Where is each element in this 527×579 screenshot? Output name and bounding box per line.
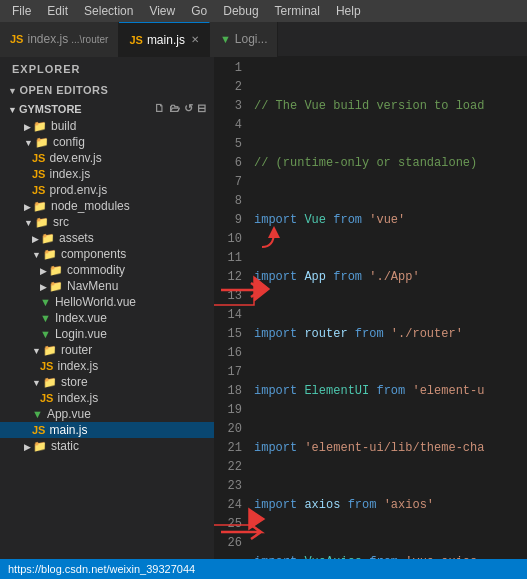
- js-icon: JS: [10, 33, 23, 45]
- tree-item-label-static: static: [51, 439, 79, 453]
- tree-item-label-hello: HelloWorld.vue: [55, 295, 136, 309]
- tab-label: index.js: [27, 32, 68, 46]
- tree-config[interactable]: 📁 config: [0, 134, 214, 150]
- tab-indexjs-router[interactable]: JS index.js ...\router: [0, 22, 119, 57]
- tree-index-vue[interactable]: ▼ Index.vue: [0, 310, 214, 326]
- menu-go[interactable]: Go: [183, 2, 215, 20]
- tree-build[interactable]: 📁 build: [0, 118, 214, 134]
- js-icon-store-idx: JS: [40, 392, 53, 404]
- tree-item-label-storeidx: index.js: [57, 391, 98, 405]
- folder-icon-components: 📁: [43, 248, 57, 261]
- collapse-icon[interactable]: ⊟: [197, 102, 206, 115]
- menu-debug[interactable]: Debug: [215, 2, 266, 20]
- code-line-5: import router from './router': [250, 325, 527, 344]
- code-line-2: // (runtime-only or standalone): [250, 154, 527, 173]
- code-line-7: import 'element-ui/lib/theme-cha: [250, 439, 527, 458]
- tree-item-label-node: node_modules: [51, 199, 130, 213]
- tree-index-router[interactable]: JS index.js: [0, 358, 214, 374]
- js-icon-main: JS: [32, 424, 45, 436]
- main-layout: EXPLORER OPEN EDITORS GYMSTORE 🗋 🗁 ↺ ⊟ 📁…: [0, 57, 527, 559]
- menu-terminal[interactable]: Terminal: [267, 2, 328, 20]
- folder-icon-navmenu: 📁: [49, 280, 63, 293]
- gymstore-section[interactable]: GYMSTORE 🗋 🗁 ↺ ⊟: [0, 99, 214, 118]
- tree-main-js[interactable]: JS main.js: [0, 422, 214, 438]
- folder-icon-commodity: 📁: [49, 264, 63, 277]
- gymstore-icons: 🗋 🗁 ↺ ⊟: [154, 102, 206, 115]
- folder-icon-router: 📁: [43, 344, 57, 357]
- tree-commodity[interactable]: 📁 commodity: [0, 262, 214, 278]
- code-line-1: // The Vue build version to load: [250, 97, 527, 116]
- tab-mainjs[interactable]: JS main.js ✕: [119, 22, 209, 57]
- tree-prod-env[interactable]: JS prod.env.js: [0, 182, 214, 198]
- menu-help[interactable]: Help: [328, 2, 369, 20]
- tree-item-label-dev: dev.env.js: [49, 151, 101, 165]
- build-chevron: [24, 119, 33, 133]
- tree-item-label-config: config: [53, 135, 85, 149]
- code-line-9: import VueAxios from 'vue-axios: [250, 553, 527, 559]
- tree-item-label-mainjs: main.js: [49, 423, 87, 437]
- open-editors-chevron: [8, 84, 19, 96]
- sidebar: EXPLORER OPEN EDITORS GYMSTORE 🗋 🗁 ↺ ⊟ 📁…: [0, 57, 214, 559]
- vue-icon-app: ▼: [32, 408, 43, 420]
- menu-file[interactable]: File: [4, 2, 39, 20]
- new-file-icon[interactable]: 🗋: [154, 102, 165, 115]
- tree-components[interactable]: 📁 components: [0, 246, 214, 262]
- code-line-4: import App from './App': [250, 268, 527, 287]
- src-chevron: [24, 215, 35, 229]
- tab-login[interactable]: ▼ Logi...: [210, 22, 279, 57]
- tree-item-label-navmenu: NavMenu: [67, 279, 118, 293]
- menu-view[interactable]: View: [141, 2, 183, 20]
- tree-router[interactable]: 📁 router: [0, 342, 214, 358]
- tab-sublabel: ...\router: [71, 34, 108, 45]
- refresh-icon[interactable]: ↺: [184, 102, 193, 115]
- gymstore-chevron: [8, 103, 19, 115]
- tree-app-vue[interactable]: ▼ App.vue: [0, 406, 214, 422]
- tree-item-label-loginvue: Login.vue: [55, 327, 107, 341]
- tab-close-button[interactable]: ✕: [191, 34, 199, 45]
- tree-item-label-commodity: commodity: [67, 263, 125, 277]
- js-icon-router-idx: JS: [40, 360, 53, 372]
- navmenu-chevron: [40, 279, 49, 293]
- tree-item-label-store: store: [61, 375, 88, 389]
- tree-navmenu[interactable]: 📁 NavMenu: [0, 278, 214, 294]
- code-line-3: import Vue from 'vue': [250, 211, 527, 230]
- vue-icon-loginvue: ▼: [40, 328, 51, 340]
- code-line-6: import ElementUI from 'element-u: [250, 382, 527, 401]
- vue-icon-index: ▼: [40, 312, 51, 324]
- tree-static[interactable]: 📁 static: [0, 438, 214, 454]
- js-file-icon-idx: JS: [32, 168, 45, 180]
- open-editors-label: OPEN EDITORS: [19, 84, 108, 96]
- tree-item-label-appvue: App.vue: [47, 407, 91, 421]
- tree-store[interactable]: 📁 store: [0, 374, 214, 390]
- tree-login-vue[interactable]: ▼ Login.vue: [0, 326, 214, 342]
- code-content[interactable]: // The Vue build version to load // (run…: [250, 57, 527, 559]
- tree-node-modules[interactable]: 📁 node_modules: [0, 198, 214, 214]
- code-line-8: import axios from 'axios': [250, 496, 527, 515]
- js-file-icon-prod: JS: [32, 184, 45, 196]
- tree-item-label-idxvue: Index.vue: [55, 311, 107, 325]
- tree-src[interactable]: 📁 src: [0, 214, 214, 230]
- commodity-chevron: [40, 263, 49, 277]
- line-numbers: 12345 678910 1112131415 1617181920 21222…: [214, 57, 250, 559]
- tree-helloworld[interactable]: ▼ HelloWorld.vue: [0, 294, 214, 310]
- tree-assets[interactable]: 📁 assets: [0, 230, 214, 246]
- gymstore-label: GYMSTORE: [19, 103, 82, 115]
- tree-item-label-router: router: [61, 343, 92, 357]
- folder-icon-node: 📁: [33, 200, 47, 213]
- config-chevron: [24, 135, 35, 149]
- new-folder-icon[interactable]: 🗁: [169, 102, 180, 115]
- static-chevron: [24, 439, 33, 453]
- folder-icon-config: 📁: [35, 136, 49, 149]
- components-chevron: [32, 247, 43, 261]
- open-editors-section[interactable]: OPEN EDITORS: [0, 81, 214, 99]
- js-icon-main: JS: [129, 34, 142, 46]
- tree-index-config[interactable]: JS index.js: [0, 166, 214, 182]
- folder-icon-static: 📁: [33, 440, 47, 453]
- menu-edit[interactable]: Edit: [39, 2, 76, 20]
- tree-dev-env[interactable]: JS dev.env.js: [0, 150, 214, 166]
- menu-bar: File Edit Selection View Go Debug Termin…: [0, 0, 527, 22]
- store-chevron: [32, 375, 43, 389]
- vue-icon-hello: ▼: [40, 296, 51, 308]
- menu-selection[interactable]: Selection: [76, 2, 141, 20]
- tree-index-store[interactable]: JS index.js: [0, 390, 214, 406]
